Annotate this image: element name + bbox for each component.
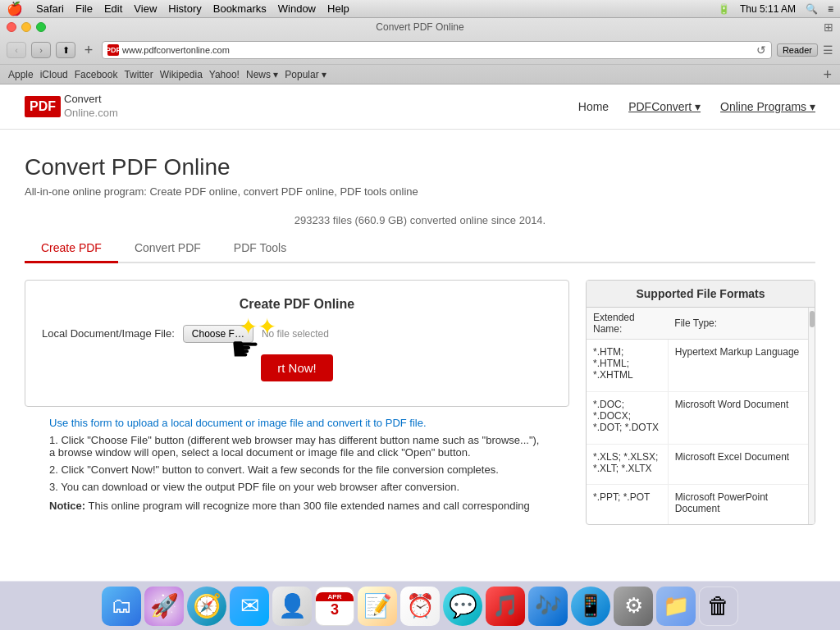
menu-window[interactable]: Window	[278, 2, 316, 15]
dock-calendar[interactable]: APR 3	[315, 587, 354, 626]
type-ppt: Microsoft PowerPoint Document	[668, 484, 808, 523]
stats: 293233 files (660.9 GB) converted online…	[0, 214, 840, 226]
form-title: Create PDF Online	[42, 297, 552, 312]
forward-button[interactable]: ›	[31, 42, 51, 58]
page-subtitle: All-in-one online program: Create PDF on…	[25, 185, 815, 198]
type-html: Hypertext Markup Language	[668, 339, 808, 391]
menu-help[interactable]: Help	[327, 2, 349, 15]
tabs: Create PDF Convert PDF PDF Tools	[25, 235, 815, 263]
logo-pdf: PDF	[25, 96, 61, 117]
bookmark-apple[interactable]: Apple	[8, 69, 34, 80]
no-file-text: No file selected	[262, 328, 329, 340]
clock: Thu 5:11 AM	[740, 3, 796, 15]
back-button[interactable]: ‹	[7, 42, 26, 58]
dock-appstore[interactable]: 📱	[571, 587, 610, 626]
dock-safari[interactable]: 🧭	[187, 587, 226, 626]
browser-titlebar: Convert PDF Online ⊞	[0, 18, 840, 36]
minimize-button[interactable]	[21, 22, 31, 32]
favicon: PDF	[107, 44, 119, 56]
menu-list-icon[interactable]: ≡	[828, 3, 833, 15]
bookmarks-bar: Apple iCloud Facebook Twitter Wikipedia …	[0, 64, 840, 84]
bookmark-news[interactable]: News ▾	[246, 69, 278, 80]
ext-html: *.HTM; *.HTML;*.XHTML	[587, 339, 668, 391]
instructions-intro: Use this form to upload a local document…	[49, 417, 545, 429]
formats-wrapper: Extended Name: File Type: *.HTM; *.HTML;…	[587, 308, 815, 524]
close-button[interactable]	[7, 22, 16, 32]
table-row: *.DOC; *.DOCX;*.DOT; *.DOTX Microsoft Wo…	[587, 391, 808, 444]
nav-home[interactable]: Home	[578, 100, 609, 113]
menu-view[interactable]: View	[134, 2, 157, 15]
dock-music[interactable]: 🎶	[528, 587, 568, 626]
menubar: 🍎 Safari File Edit View History Bookmark…	[0, 0, 840, 18]
table-row: *.HTM; *.HTML;*.XHTML Hypertext Markup L…	[587, 339, 808, 391]
convert-now-button[interactable]: rt Now!	[261, 354, 333, 381]
menu-file[interactable]: File	[75, 2, 93, 15]
tab-pdf-tools[interactable]: PDF Tools	[217, 235, 303, 263]
table-row: *.XLS; *.XLSX;*.XLT; *.XLTX Microsoft Ex…	[587, 445, 808, 485]
dock-notes[interactable]: 📝	[358, 587, 397, 626]
main-section: Create PDF Online ✦✦ ☛ Local Document/Im…	[0, 263, 840, 541]
maximize-button[interactable]	[36, 22, 46, 32]
instructions-step1: 1. Click "Choose File" button (different…	[49, 434, 545, 459]
dock-messages[interactable]: 💬	[443, 587, 482, 626]
instructions-step3: 3. You can download or view the output P…	[49, 481, 545, 493]
nav-pdfconvert[interactable]: PDFConvert ▾	[628, 100, 701, 113]
sidebar-button[interactable]: ☰	[823, 43, 833, 57]
dock-mail[interactable]: ✉	[230, 587, 269, 626]
tab-create-pdf[interactable]: Create PDF	[25, 235, 118, 263]
address-bar[interactable]: PDF www.pdfconvertonline.com ↺	[102, 41, 772, 59]
logo: PDF Convert Online.com	[25, 93, 118, 121]
form-area: Create PDF Online ✦✦ ☛ Local Document/Im…	[25, 280, 569, 525]
dock: 🗂 🚀 🧭 ✉ 👤 APR 3 📝 ⏰ 💬 🎵 🎶 📱 ⚙ 📁 🗑	[0, 581, 840, 630]
dock-itunes[interactable]: 🎵	[486, 587, 525, 626]
browser-toolbar: ‹ › ⬆ + PDF www.pdfconvertonline.com ↺ R…	[0, 36, 840, 64]
ext-ppt: *.PPT; *.POT	[587, 484, 668, 523]
nav-online-programs[interactable]: Online Programs ▾	[720, 100, 815, 113]
dock-finder2[interactable]: 📁	[656, 587, 696, 626]
page-content: PDF Convert Online.com Home PDFConvert ▾…	[0, 84, 840, 598]
apple-menu[interactable]: 🍎	[7, 1, 23, 16]
type-xls: Microsoft Excel Document	[668, 445, 808, 485]
ext-doc: *.DOC; *.DOCX;*.DOT; *.DOTX	[587, 391, 668, 444]
add-bookmark-button[interactable]: +	[823, 67, 832, 82]
site-nav-links: Home PDFConvert ▾ Online Programs ▾	[578, 100, 815, 113]
menu-safari[interactable]: Safari	[36, 2, 64, 15]
instructions-step2: 2. Click "Convert Now!" button to conver…	[49, 463, 545, 476]
bookmark-yahoo[interactable]: Yahoo!	[209, 69, 240, 80]
new-tab-button[interactable]: +	[80, 42, 97, 58]
bookmark-wikipedia[interactable]: Wikipedia	[160, 69, 203, 80]
table-row: *.PPT; *.POT Microsoft PowerPoint Docume…	[587, 484, 808, 523]
bookmark-icloud[interactable]: iCloud	[40, 69, 68, 80]
traffic-lights	[7, 22, 46, 32]
instructions-notice: Notice: This online program will recogni…	[49, 500, 545, 512]
dock-systemprefs[interactable]: ⚙	[614, 587, 653, 626]
address-text: www.pdfconvertonline.com	[122, 45, 753, 55]
hero: Convert PDF Online All-in-one online pro…	[0, 130, 840, 206]
share-button[interactable]: ⬆	[56, 42, 75, 58]
scrollbar[interactable]	[808, 308, 815, 524]
window-title: Convert PDF Online	[376, 21, 463, 33]
scroll-thumb[interactable]	[810, 311, 815, 327]
formats-title: Supported File Formats	[587, 281, 815, 308]
dock-launchpad[interactable]: 🚀	[144, 587, 184, 626]
type-doc: Microsoft Word Document	[668, 391, 808, 444]
menu-history[interactable]: History	[168, 2, 201, 15]
bookmark-facebook[interactable]: Facebook	[75, 69, 118, 80]
bookmark-twitter[interactable]: Twitter	[124, 69, 153, 80]
dock-finder[interactable]: 🗂	[102, 587, 141, 626]
logo-text: Convert Online.com	[64, 93, 118, 121]
choose-file-button[interactable]: Choose F…	[183, 325, 253, 343]
dock-trash[interactable]: 🗑	[699, 587, 738, 626]
dock-reminders[interactable]: ⏰	[400, 587, 440, 626]
reader-button[interactable]: Reader	[777, 43, 818, 57]
reload-button[interactable]: ↺	[756, 43, 766, 57]
menu-bookmarks[interactable]: Bookmarks	[213, 2, 267, 15]
dock-contacts[interactable]: 👤	[272, 587, 312, 626]
tab-convert-pdf[interactable]: Convert PDF	[118, 235, 217, 263]
search-icon[interactable]: 🔍	[806, 3, 818, 15]
resize-button[interactable]: ⊞	[824, 21, 833, 34]
menu-edit[interactable]: Edit	[104, 2, 122, 15]
page-title: Convert PDF Online	[25, 154, 815, 180]
formats-table: Extended Name: File Type: *.HTM; *.HTML;…	[587, 308, 808, 524]
bookmark-popular[interactable]: Popular ▾	[285, 69, 326, 80]
